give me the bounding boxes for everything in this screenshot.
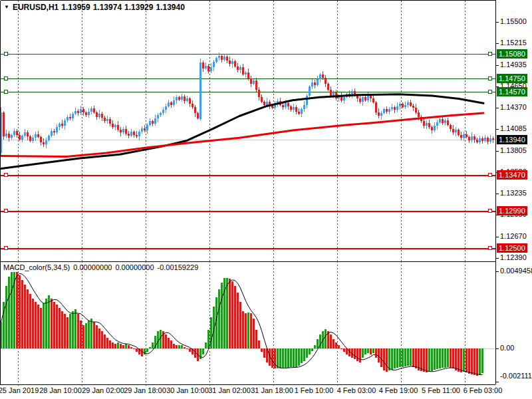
chart-canvas[interactable] [0, 0, 532, 399]
candle-body [106, 119, 108, 121]
macd-bar [420, 348, 422, 371]
candle-body [85, 112, 87, 116]
level-anchor-icon[interactable] [488, 90, 491, 94]
macd-bar [72, 311, 74, 348]
macd-bar [239, 302, 241, 348]
candle-body [160, 113, 162, 115]
macd-bar [242, 311, 244, 348]
macd-bar [181, 345, 183, 348]
macd-bar [407, 348, 409, 366]
price-tick-label: 1.15215 [500, 39, 527, 47]
candle-body [255, 80, 257, 90]
indicator-value-1: 0.00000000 [73, 263, 112, 271]
candle-body [407, 102, 409, 104]
candle-body [290, 106, 292, 110]
time-axis-label: 4 Feb 03:00 [337, 386, 376, 394]
macd-bar [104, 334, 106, 348]
macd-bar [226, 278, 228, 348]
macd-bar [221, 283, 223, 348]
macd-bar [258, 340, 260, 348]
candle-body [215, 58, 217, 62]
macd-bar [85, 323, 87, 348]
candle-body [176, 97, 178, 100]
candle-body [466, 134, 467, 138]
candle-body [378, 112, 380, 116]
macd-bar [82, 325, 84, 348]
macd-tick-label: 0.00 [500, 344, 514, 352]
candle-body [468, 137, 470, 140]
candle-body [96, 112, 98, 117]
level-anchor-icon[interactable] [488, 174, 491, 177]
macd-bar [466, 348, 467, 372]
chart-title: ▼EURUSD,H11.139591.139741.139291.13940 [4, 3, 188, 12]
candle-body [431, 127, 433, 130]
candle-body [287, 103, 289, 106]
level-anchor-icon[interactable] [4, 77, 7, 80]
candle-body [82, 109, 84, 112]
macd-bar [340, 348, 342, 349]
macd-bar [253, 319, 255, 348]
quote-high: 1.13974 [93, 3, 122, 12]
price-badge-support: 1.12990 [497, 206, 527, 215]
level-anchor-icon[interactable] [488, 209, 491, 213]
candle-body [242, 67, 244, 74]
candle-body [263, 102, 265, 105]
candle-body [455, 130, 457, 133]
candle-body [343, 97, 345, 100]
macd-bar [29, 294, 31, 348]
candle-body [364, 97, 366, 100]
macd-bar [311, 348, 313, 351]
macd-bar [93, 322, 95, 348]
candle-body [136, 135, 138, 136]
candle-body [428, 123, 430, 128]
macd-bar [356, 348, 358, 361]
level-anchor-icon[interactable] [488, 77, 491, 80]
candle-body [184, 96, 186, 101]
quote-low: 1.13929 [124, 3, 153, 12]
candle-body [146, 125, 148, 130]
macd-bar [364, 348, 366, 354]
macd-bar [27, 289, 29, 348]
candle-body [200, 63, 201, 119]
candle-body [402, 104, 404, 107]
candle-body [122, 129, 124, 133]
candle-body [19, 135, 21, 140]
macd-bar [471, 348, 473, 374]
macd-bar [450, 348, 452, 368]
macd-bar [460, 348, 462, 372]
level-anchor-icon[interactable] [4, 53, 7, 56]
candle-body [410, 102, 412, 106]
candle-body [165, 106, 167, 110]
level-anchor-icon[interactable] [4, 174, 7, 177]
candle-body [298, 112, 300, 114]
candle-body [247, 72, 249, 78]
candle-body [372, 98, 374, 102]
candle-body [16, 131, 18, 135]
candle-body [29, 136, 31, 141]
candle-body [295, 107, 297, 112]
macd-bar [5, 286, 7, 348]
candle-body [162, 110, 164, 113]
macd-bar [8, 277, 10, 348]
candle-body [186, 98, 188, 100]
level-anchor-icon[interactable] [4, 209, 7, 213]
candle-body [74, 111, 76, 114]
candle-body [48, 136, 50, 140]
price-badge-resistance: 1.15080 [497, 49, 527, 59]
price-badge-support: 1.13470 [497, 170, 527, 180]
macd-bar [64, 314, 66, 348]
macd-bar [325, 329, 327, 348]
macd-bar [375, 348, 377, 358]
level-anchor-icon[interactable] [4, 90, 7, 94]
macd-bar [293, 348, 295, 367]
level-anchor-icon[interactable] [4, 247, 7, 250]
macd-bar [61, 311, 63, 348]
macd-tick-label: 0.0049458 [500, 267, 532, 275]
macd-bar [468, 348, 470, 374]
level-anchor-icon[interactable] [488, 247, 491, 250]
price-tick-label: 1.12390 [500, 253, 527, 261]
candle-body [322, 74, 324, 78]
level-anchor-icon[interactable] [488, 53, 491, 56]
candle-body [218, 56, 220, 58]
macd-bar [120, 344, 122, 348]
